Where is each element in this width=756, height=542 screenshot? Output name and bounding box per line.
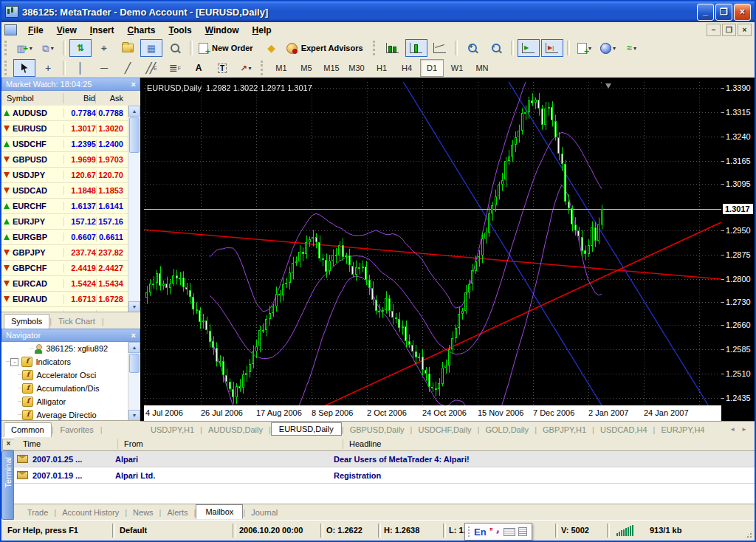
bar-chart-button[interactable] [382, 39, 404, 57]
new-order-button[interactable]: + New Order [196, 39, 259, 57]
navigator-item-alligator[interactable]: ┈fAlligator [1, 395, 128, 408]
maximize-button[interactable]: ❐ [715, 4, 732, 21]
navigator-item-accumulation-dis[interactable]: ┈fAccumulation/Dis [1, 382, 128, 395]
equidistant-channel-button[interactable]: ╱╱E [140, 59, 162, 77]
ime-language-label[interactable]: En [474, 526, 487, 538]
chart-shift-button[interactable]: ▶| [541, 39, 563, 57]
terminal-tab-trade[interactable]: Trade [21, 507, 54, 518]
templates-button[interactable]: + ▾ [574, 39, 596, 57]
market-watch-row-audusd[interactable]: AUDUSD0.77840.7788 [1, 106, 128, 121]
scroll-up-icon[interactable]: ▲ [128, 106, 140, 117]
scroll-up-icon[interactable]: ▲ [128, 342, 140, 353]
timeframe-h1-button[interactable]: H1 [370, 59, 394, 77]
chart-tab-gbpjpy-h1[interactable]: GBPJPY,H1 [537, 424, 592, 436]
candlestick-chart-button[interactable] [405, 39, 427, 57]
navigator-header[interactable]: Navigator × [1, 329, 140, 342]
navigator-item-average-directio[interactable]: ┈fAverage Directio [1, 408, 128, 421]
navigator-item-386125-xgliu892[interactable]: ┈386125: xgliu892 [1, 342, 128, 355]
trendline-button[interactable]: ╱ [117, 59, 139, 77]
line-chart-button[interactable] [429, 39, 451, 57]
menu-item-insert[interactable]: Insert [83, 24, 121, 37]
tab-symbols[interactable]: Symbols [4, 314, 49, 329]
indicators-button[interactable]: ≈ ▾ [621, 39, 643, 57]
ime-keyboard-icon[interactable] [504, 528, 515, 536]
price-axis[interactable]: 1.33901.33151.32401.31651.30951.29501.28… [721, 82, 755, 405]
toolbar-grip[interactable] [373, 41, 379, 55]
column-from[interactable]: From [118, 439, 343, 449]
column-time[interactable]: Time [14, 439, 118, 449]
mail-row[interactable]: 2007.01.19 ...Alpari Ltd.Registration [14, 467, 755, 484]
mdi-minimize-button[interactable]: – [707, 24, 721, 36]
mdi-restore-button[interactable]: ❐ [722, 24, 736, 36]
ime-menu-icon[interactable] [518, 527, 527, 536]
market-watch-header[interactable]: Market Watch: 18:04:25 × [1, 78, 140, 91]
menu-item-view[interactable]: View [50, 24, 83, 37]
scrollbar-thumb[interactable] [129, 354, 140, 373]
market-watch-scrollbar[interactable]: ▲ ▼ [128, 106, 140, 312]
auto-scroll-button[interactable]: ▶ [518, 39, 540, 57]
chart-tab-gold-daily[interactable]: GOLD,Daily [479, 424, 535, 436]
cursor-tool-button[interactable] [13, 59, 35, 77]
fibonacci-button[interactable]: ≣F [164, 59, 186, 77]
market-watch-row-eurcad[interactable]: EURCAD1.54241.5434 [1, 276, 128, 292]
terminal-tab-mailbox[interactable]: Mailbox [196, 504, 243, 519]
profiles-button[interactable]: ⧉ ▾ [37, 39, 59, 57]
timeframe-mn-button[interactable]: MN [470, 59, 494, 77]
vertical-line-button[interactable]: │ [69, 59, 92, 77]
text-label-button[interactable]: T [211, 59, 233, 77]
close-button[interactable]: × [734, 4, 751, 21]
ime-drag-handle[interactable] [468, 526, 471, 537]
zoom-in-button[interactable]: + [461, 39, 484, 57]
tree-collapse-icon[interactable]: - [10, 358, 18, 366]
terminal-tab-account-history[interactable]: Account History [56, 507, 125, 518]
terminal-side-tab[interactable]: Terminal [1, 450, 14, 520]
price-chart-canvas[interactable] [144, 82, 721, 405]
terminal-tab-news[interactable]: News [127, 507, 159, 518]
menu-item-charts[interactable]: Charts [121, 24, 162, 37]
navigator-toggle-button[interactable]: ★ [117, 39, 139, 57]
resize-grip[interactable] [743, 529, 753, 539]
navigator-item-accelerator-osci[interactable]: ┈fAccelerator Osci [1, 368, 128, 382]
timeframe-w1-button[interactable]: W1 [445, 59, 469, 77]
chart-tab-usdchf-daily[interactable]: USDCHF,Daily [412, 424, 477, 436]
expert-advisors-button[interactable]: Expert Advisors [284, 39, 369, 57]
strategy-tester-button[interactable] [164, 39, 186, 57]
data-window-button[interactable]: ⌖ [93, 39, 115, 57]
crosshair-tool-button[interactable]: + [37, 59, 59, 77]
column-ask[interactable]: Ask [96, 93, 126, 103]
toolbar-grip[interactable] [4, 61, 10, 75]
terminal-close-icon[interactable]: × [2, 439, 15, 450]
chart-tab-eurusd-daily[interactable]: EURUSD,Daily [271, 422, 342, 436]
timeframe-m5-button[interactable]: M5 [295, 59, 318, 77]
status-profile[interactable]: Default [120, 526, 147, 535]
arrows-tool-button[interactable]: ↗ ▾ [235, 59, 257, 77]
metaeditor-button[interactable]: ◆ [261, 39, 283, 57]
close-icon[interactable]: × [131, 80, 136, 89]
market-watch-row-gbpusd[interactable]: GBPUSD1.96991.9703 [1, 152, 128, 168]
chart-tab-audusd-daily[interactable]: AUDUSD,Daily [202, 424, 269, 436]
periods-button[interactable]: ▾ [597, 39, 619, 57]
market-watch-row-usdchf[interactable]: USDCHF1.23951.2400 [1, 137, 128, 152]
toolbar-grip[interactable] [261, 61, 267, 75]
title-bar[interactable]: 386125: MetaTrader - Demo Account - [EUR… [1, 1, 755, 22]
market-watch-row-gbpchf[interactable]: GBPCHF2.44192.4427 [1, 261, 128, 276]
text-tool-button[interactable]: A [188, 59, 210, 77]
mail-row[interactable]: 2007.01.25 ...AlpariDear Users of MetaTr… [14, 451, 755, 467]
tab-scroll-left-icon[interactable]: ◄ [729, 426, 735, 433]
toolbar-grip[interactable] [4, 41, 10, 55]
menu-item-tools[interactable]: Tools [162, 24, 199, 37]
ime-punctuation-icon[interactable]: ’’ [489, 526, 492, 537]
chart-tab-eurjpy-h4[interactable]: EURJPY,H4 [655, 424, 710, 436]
timeframe-m30-button[interactable]: M30 [345, 59, 368, 77]
menu-item-window[interactable]: Window [199, 24, 246, 37]
timeframe-m1-button[interactable]: M1 [269, 59, 293, 77]
ime-language-bar[interactable]: En ’’ ◗ [464, 523, 532, 541]
ime-fullwidth-icon[interactable]: ◗ [494, 526, 503, 538]
minimize-button[interactable]: _ [697, 4, 714, 21]
new-chart-button[interactable]: ▥ + ▾ [13, 39, 35, 57]
timeframe-m15-button[interactable]: M15 [320, 59, 343, 77]
close-icon[interactable]: × [131, 331, 136, 340]
tab-favorites[interactable]: Favorites [53, 423, 100, 437]
market-watch-row-eurjpy[interactable]: EURJPY157.12157.16 [1, 214, 128, 230]
terminal-toggle-button[interactable]: ▦ [140, 39, 162, 57]
